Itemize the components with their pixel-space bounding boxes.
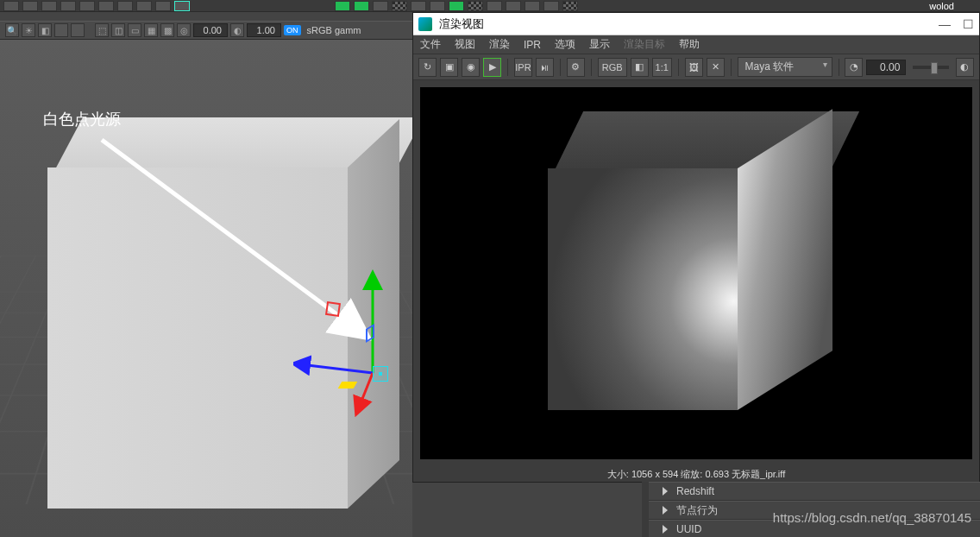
- attr-section-label: 节点行为: [676, 503, 718, 518]
- maximize-button[interactable]: ☐: [963, 17, 974, 31]
- vp-toggle-icon[interactable]: ◧: [38, 23, 52, 37]
- scale-1to1-button[interactable]: 1:1: [652, 58, 672, 77]
- disclosure-triangle-icon: [663, 506, 668, 515]
- vp-icon[interactable]: ◫: [111, 23, 125, 37]
- viewport-toolbar: 🔍 ☀ ◧ ⬚ ◫ ▭ ▦ ▩ ◎ 0.00 ◐ 1.00 ON sRGB ga…: [0, 21, 412, 40]
- contrast-icon[interactable]: ◐: [956, 58, 974, 77]
- point-light-icon[interactable]: [373, 366, 388, 382]
- tool-icon[interactable]: [562, 1, 578, 11]
- remove-image-button[interactable]: ✕: [707, 58, 725, 77]
- main-top-toolbar: wolod: [0, 0, 980, 12]
- render-view-titlebar[interactable]: 渲染视图 — ☐: [413, 13, 979, 35]
- menu-ipr[interactable]: IPR: [524, 39, 541, 51]
- tool-icon[interactable]: [506, 1, 521, 11]
- plane-xz-icon[interactable]: [325, 301, 341, 317]
- tool-icon[interactable]: [79, 1, 95, 11]
- tool-icon[interactable]: [174, 1, 190, 11]
- annotation-label: 白色点光源: [43, 109, 121, 130]
- render-view-menubar: 文件 视图 渲染 IPR 选项 显示 渲染目标 帮助: [413, 35, 979, 54]
- alpha-channel-button[interactable]: ◧: [631, 58, 649, 77]
- vp-light-icon[interactable]: ☀: [22, 23, 35, 37]
- tool-icon[interactable]: [41, 1, 57, 11]
- redo-render-button[interactable]: ↻: [418, 58, 437, 77]
- render-view-toolbar: ↻ ▣ ◉ ▶ IPR ⏯ ⚙ RGB ◧ 1:1 🖼 ✕ Maya 软件 ◔ …: [413, 54, 979, 80]
- exposure-field[interactable]: 0.00: [193, 23, 228, 37]
- render-view-title: 渲染视图: [439, 16, 484, 32]
- keep-image-button[interactable]: 🖼: [685, 58, 703, 77]
- menu-view[interactable]: 视图: [455, 37, 475, 52]
- tool-icon[interactable]: [60, 1, 76, 11]
- minimize-button[interactable]: —: [939, 17, 951, 31]
- render-canvas-area[interactable]: [413, 80, 979, 466]
- ipr-pause-button[interactable]: ⏯: [536, 58, 554, 77]
- tool-icon[interactable]: [155, 1, 171, 11]
- disclosure-triangle-icon: [663, 525, 668, 534]
- renderer-dropdown[interactable]: Maya 软件: [738, 57, 832, 77]
- menu-options[interactable]: 选项: [555, 37, 575, 52]
- panel-gutter: [642, 482, 649, 537]
- attr-section-label: UUID: [676, 523, 701, 535]
- attribute-panels: Redshift 节点行为 UUID: [649, 482, 980, 537]
- tool-icon[interactable]: [411, 1, 426, 11]
- disclosure-triangle-icon: [663, 487, 668, 496]
- tool-icon[interactable]: [449, 1, 464, 11]
- vp-icon[interactable]: [54, 23, 68, 37]
- viewport-3d[interactable]: 白色点光源: [0, 40, 412, 537]
- watermark-text: https://blog.csdn.net/qq_38870145: [773, 510, 971, 525]
- tool-icon[interactable]: [487, 1, 502, 11]
- menu-help[interactable]: 帮助: [679, 37, 700, 52]
- tool-icon[interactable]: [525, 1, 540, 11]
- exposure-icon[interactable]: ◔: [845, 58, 863, 77]
- exposure-value[interactable]: 0.00: [866, 60, 906, 75]
- render-settings-button[interactable]: ⚙: [567, 58, 585, 77]
- ipr-render-button[interactable]: ▶: [483, 58, 501, 77]
- tool-icon[interactable]: [392, 1, 407, 11]
- vp-icon[interactable]: [71, 23, 85, 37]
- scene-cube[interactable]: [47, 117, 393, 515]
- vp-search-icon[interactable]: 🔍: [5, 23, 19, 37]
- gamma-field[interactable]: 1.00: [247, 23, 281, 37]
- tool-icon[interactable]: [373, 1, 388, 11]
- render-status-bar: 大小: 1056 x 594 缩放: 0.693 无标题_ipr.iff: [413, 466, 979, 482]
- tool-icon[interactable]: [3, 1, 19, 11]
- render-view-window: 渲染视图 — ☐ 文件 视图 渲染 IPR 选项 显示 渲染目标 帮助 ↻ ▣ …: [412, 12, 980, 483]
- rgb-channel-button[interactable]: RGB: [598, 58, 627, 77]
- tool-icon[interactable]: [354, 1, 369, 11]
- vp-icon[interactable]: ▦: [144, 23, 158, 37]
- vp-icon[interactable]: ◐: [230, 23, 244, 37]
- rendered-image: [420, 87, 972, 459]
- attr-section-redshift[interactable]: Redshift: [649, 482, 980, 501]
- tool-icon[interactable]: [22, 1, 38, 11]
- ipr-refresh-button[interactable]: IPR: [514, 58, 532, 77]
- tool-icon[interactable]: [430, 1, 445, 11]
- tool-icon[interactable]: [335, 1, 350, 11]
- user-label: wolod: [929, 1, 980, 11]
- vp-icon[interactable]: ▩: [160, 23, 174, 37]
- vp-icon[interactable]: ◎: [177, 23, 191, 37]
- exposure-slider[interactable]: [913, 66, 948, 69]
- tool-icon[interactable]: [117, 1, 133, 11]
- menu-render-target: 渲染目标: [624, 37, 665, 52]
- vp-icon[interactable]: ⬚: [95, 23, 109, 37]
- snapshot-button[interactable]: ◉: [462, 58, 480, 77]
- vp-icon[interactable]: ▭: [128, 23, 141, 37]
- tool-icon[interactable]: [136, 1, 152, 11]
- menu-render[interactable]: 渲染: [489, 37, 510, 52]
- attr-section-label: Redshift: [676, 485, 714, 497]
- tool-icon[interactable]: [543, 1, 559, 11]
- on-badge[interactable]: ON: [284, 25, 301, 35]
- menu-display[interactable]: 显示: [589, 37, 610, 52]
- colorspace-label[interactable]: sRGB gamm: [307, 25, 361, 35]
- menu-file[interactable]: 文件: [420, 37, 441, 52]
- render-region-button[interactable]: ▣: [440, 58, 458, 77]
- maya-logo-icon: [418, 17, 432, 31]
- tool-icon[interactable]: [468, 1, 483, 11]
- tool-icon[interactable]: [98, 1, 114, 11]
